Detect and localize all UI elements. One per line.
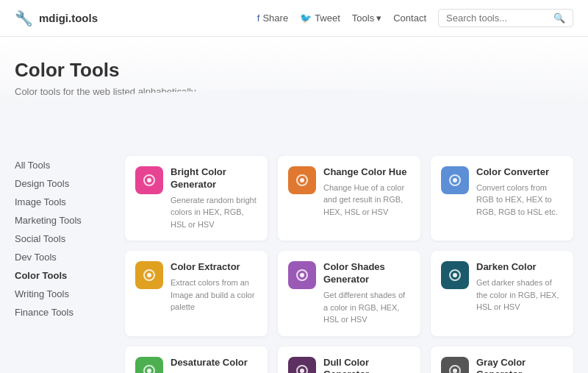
tool-info: Change Color HueChange Hue of a color an…	[323, 166, 410, 218]
svg-point-11	[453, 273, 457, 277]
tools-menu[interactable]: Tools ▾	[352, 13, 381, 24]
svg-point-17	[453, 369, 457, 373]
tool-icon	[288, 261, 316, 289]
tool-card[interactable]: Bright Color GeneratorGenerate random br…	[125, 156, 268, 241]
tool-title: Bright Color Generator	[171, 166, 257, 191]
svg-point-7	[147, 273, 151, 277]
tool-icon	[288, 166, 316, 194]
tool-title: Desaturate Color	[171, 357, 257, 369]
logo-icon: 🔧	[15, 10, 33, 27]
tool-card[interactable]: Dull Color GeneratorGenerate random dull…	[278, 347, 420, 373]
sidebar-item-finance-tools[interactable]: Finance Tools	[15, 303, 110, 322]
sidebar-item-color-tools[interactable]: Color Tools	[15, 266, 110, 285]
sidebar-item-writing-tools[interactable]: Writing Tools	[15, 285, 110, 303]
tool-title: Color Extractor	[171, 261, 257, 274]
facebook-icon: f	[257, 13, 260, 24]
tool-info: Bright Color GeneratorGenerate random br…	[171, 166, 257, 230]
header: 🔧 mdigi.tools f Share 🐦 Tweet Tools ▾ Co…	[0, 0, 588, 37]
search-input[interactable]	[446, 13, 549, 24]
tool-description: Change Hue of a color and get result in …	[323, 182, 410, 219]
tool-card[interactable]: Color ExtractorExtract colors from an Im…	[125, 251, 268, 335]
svg-point-13	[147, 369, 151, 373]
svg-point-5	[453, 178, 457, 182]
tool-icon	[441, 357, 469, 373]
tool-description: Extract colors from an Image and build a…	[171, 277, 257, 313]
tools-grid: Bright Color GeneratorGenerate random br…	[125, 156, 573, 373]
svg-point-1	[147, 178, 151, 182]
twitter-icon: 🐦	[300, 13, 312, 24]
tool-info: Color ConverterConvert colors from RGB t…	[476, 166, 563, 218]
sidebar: All ToolsDesign ToolsImage ToolsMarketin…	[15, 156, 110, 373]
sidebar-item-design-tools[interactable]: Design Tools	[15, 174, 110, 193]
hero-section: Color Tools Color tools for the web list…	[0, 37, 588, 141]
page-title: Color Tools	[15, 59, 573, 82]
tool-icon	[135, 261, 163, 289]
tool-info: Color Shades GeneratorGet different shad…	[323, 261, 410, 325]
sidebar-item-social-tools[interactable]: Social Tools	[15, 230, 110, 248]
page-subtitle: Color tools for the web listed alphabeti…	[15, 86, 573, 97]
sidebar-item-image-tools[interactable]: Image Tools	[15, 193, 110, 211]
tool-card[interactable]: Color Shades GeneratorGet different shad…	[278, 251, 420, 335]
tool-card[interactable]: Color ConverterConvert colors from RGB t…	[431, 156, 573, 241]
tool-description: Generate random bright colors in HEX, RG…	[171, 194, 257, 231]
tool-title: Gray Color Generator	[476, 357, 563, 373]
header-nav: f Share 🐦 Tweet Tools ▾ Contact	[257, 13, 426, 24]
tool-icon	[441, 166, 469, 194]
tool-description: Get darker shades of the color in RGB, H…	[476, 277, 563, 313]
svg-point-9	[300, 273, 304, 277]
tool-title: Change Color Hue	[323, 166, 410, 179]
tool-card[interactable]: Darken ColorGet darker shades of the col…	[431, 251, 573, 335]
tool-info: Dull Color GeneratorGenerate random dull…	[323, 357, 410, 373]
tool-title: Dull Color Generator	[323, 357, 410, 373]
tool-description: Get different shades of a color in RGB, …	[323, 289, 410, 326]
tool-icon	[135, 166, 163, 194]
chevron-down-icon: ▾	[376, 13, 381, 24]
share-link[interactable]: f Share	[257, 13, 288, 24]
tool-card[interactable]: Change Color HueChange Hue of a color an…	[278, 156, 420, 241]
tool-info: Desaturate ColorDesaturate a color and g…	[171, 357, 257, 373]
tool-info: Color ExtractorExtract colors from an Im…	[171, 261, 257, 313]
tool-title: Color Converter	[476, 166, 563, 179]
svg-point-3	[300, 178, 304, 182]
tool-info: Darken ColorGet darker shades of the col…	[476, 261, 563, 313]
svg-point-15	[300, 369, 304, 373]
search-icon: 🔍	[553, 13, 565, 24]
sidebar-item-dev-tools[interactable]: Dev Tools	[15, 248, 110, 266]
sidebar-item-all-tools[interactable]: All Tools	[15, 156, 110, 174]
tool-icon	[441, 261, 469, 289]
tweet-link[interactable]: 🐦 Tweet	[300, 13, 340, 24]
contact-link[interactable]: Contact	[393, 13, 426, 24]
tool-card[interactable]: Gray Color GeneratorGenerate random gray…	[431, 347, 573, 373]
search-box[interactable]: 🔍	[438, 9, 573, 27]
tool-card[interactable]: Desaturate ColorDesaturate a color and g…	[125, 347, 268, 373]
logo-text: mdigi.tools	[39, 12, 98, 24]
tool-icon	[288, 357, 316, 373]
main-layout: All ToolsDesign ToolsImage ToolsMarketin…	[0, 141, 588, 373]
sidebar-item-marketing-tools[interactable]: Marketing Tools	[15, 211, 110, 230]
tool-description: Convert colors from RGB to HEX, HEX to R…	[476, 182, 563, 219]
tool-title: Darken Color	[476, 261, 563, 274]
tool-info: Gray Color GeneratorGenerate random gray…	[476, 357, 563, 373]
logo[interactable]: 🔧 mdigi.tools	[15, 10, 257, 27]
tool-icon	[135, 357, 163, 373]
tool-title: Color Shades Generator	[323, 261, 410, 286]
